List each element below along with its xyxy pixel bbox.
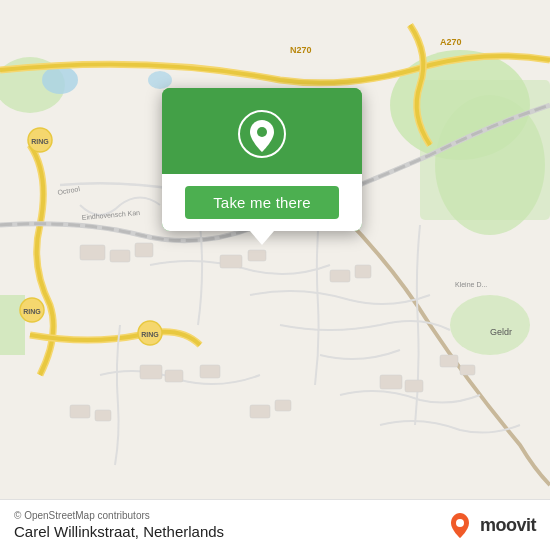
svg-rect-27 xyxy=(355,265,371,278)
take-me-there-button[interactable]: Take me there xyxy=(185,186,339,219)
svg-rect-34 xyxy=(275,400,291,411)
moovit-logo: moovit xyxy=(446,511,536,539)
map-container: RING RING RING xyxy=(0,0,550,550)
popup-action[interactable]: Take me there xyxy=(162,174,362,231)
map-background: RING RING RING xyxy=(0,0,550,550)
svg-rect-30 xyxy=(200,365,220,378)
svg-point-5 xyxy=(450,295,530,355)
svg-rect-25 xyxy=(248,250,266,261)
svg-rect-28 xyxy=(140,365,162,379)
svg-rect-35 xyxy=(440,355,458,367)
popup-header xyxy=(162,88,362,174)
location-pin-icon xyxy=(238,110,286,158)
svg-rect-22 xyxy=(110,250,130,262)
svg-rect-37 xyxy=(70,405,90,418)
location-info: © OpenStreetMap contributors Carel Willi… xyxy=(14,510,224,540)
location-name: Carel Willinkstraat, Netherlands xyxy=(14,523,224,540)
svg-text:RING: RING xyxy=(23,308,41,315)
location-popup: Take me there xyxy=(162,88,362,231)
copyright-text: © OpenStreetMap contributors xyxy=(14,510,224,521)
svg-text:Kleine D...: Kleine D... xyxy=(455,281,487,288)
svg-text:Geldr: Geldr xyxy=(490,327,512,337)
svg-point-40 xyxy=(257,127,267,137)
svg-rect-36 xyxy=(460,365,475,375)
svg-text:A270: A270 xyxy=(440,37,462,47)
svg-rect-23 xyxy=(135,243,153,257)
svg-rect-32 xyxy=(405,380,423,392)
svg-text:RING: RING xyxy=(31,138,49,145)
moovit-pin-icon xyxy=(446,511,474,539)
svg-rect-24 xyxy=(220,255,242,268)
svg-rect-26 xyxy=(330,270,350,282)
svg-text:N270: N270 xyxy=(290,45,312,55)
svg-rect-31 xyxy=(380,375,402,389)
svg-rect-29 xyxy=(165,370,183,382)
bottom-info-bar: © OpenStreetMap contributors Carel Willi… xyxy=(0,499,550,550)
svg-point-7 xyxy=(42,66,78,94)
svg-rect-38 xyxy=(95,410,111,421)
svg-rect-33 xyxy=(250,405,270,418)
svg-point-41 xyxy=(456,519,464,527)
svg-point-8 xyxy=(148,71,172,89)
svg-text:RING: RING xyxy=(141,331,159,338)
moovit-brand-text: moovit xyxy=(480,515,536,536)
svg-rect-21 xyxy=(80,245,105,260)
